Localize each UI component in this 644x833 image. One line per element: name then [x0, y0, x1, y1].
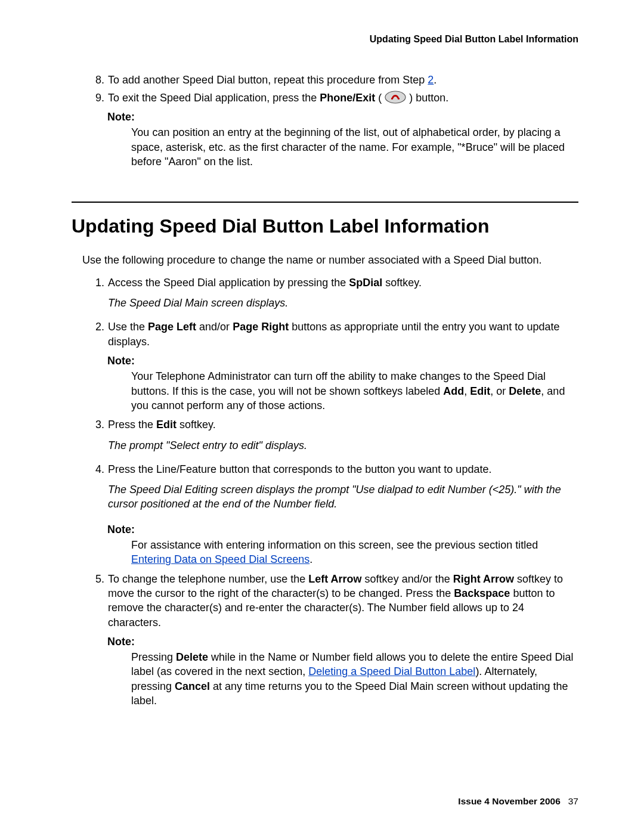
note-block: Note: Pressing Delete while in the Name … — [107, 634, 578, 708]
text: Use the — [108, 321, 148, 333]
bold-text: Edit — [156, 419, 177, 431]
note-block: Note: For assistance with entering infor… — [107, 522, 578, 567]
note-label: Note: — [107, 354, 578, 368]
footer-page-number: 37 — [568, 796, 578, 806]
bold-text: Right Arrow — [453, 573, 514, 585]
result-text: The prompt "Select entry to edit" displa… — [108, 438, 578, 453]
step-2: 2. Use the Page Left and/or Page Right b… — [72, 320, 578, 349]
svg-rect-1 — [391, 98, 393, 100]
text: Press the Line/Feature button that corre… — [108, 463, 491, 475]
step-number: 2. — [72, 320, 108, 349]
step-body: To exit the Speed Dial application, pres… — [108, 91, 578, 105]
text: . — [309, 553, 312, 565]
step-body: Access the Speed Dial application by pre… — [108, 275, 578, 317]
bold-text: Delete — [509, 385, 541, 397]
step-4: 4. Press the Line/Feature button that co… — [72, 462, 578, 518]
step-number: 5. — [72, 572, 108, 630]
procedure-steps-list: 3. Press the Edit softkey. The prompt "S… — [72, 417, 578, 517]
cross-ref-link[interactable]: 2 — [428, 74, 434, 86]
text: softkey and/or the — [362, 573, 453, 585]
bold-text: Cancel — [175, 680, 210, 692]
note-body: Your Telephone Administrator can turn of… — [131, 369, 578, 413]
note-block: Note: You can position an entry at the b… — [107, 110, 578, 169]
section-intro: Use the following procedure to change th… — [82, 253, 578, 267]
text: , or — [490, 385, 509, 397]
bold-text: Edit — [470, 385, 490, 397]
cross-ref-link[interactable]: Entering Data on Speed Dial Screens — [131, 553, 309, 565]
running-header: Updating Speed Dial Button Label Informa… — [72, 33, 578, 46]
step-body: Use the Page Left and/or Page Right butt… — [108, 320, 578, 349]
step-number: 9. — [72, 91, 108, 105]
note-label: Note: — [107, 522, 578, 537]
step-body: To change the telephone number, use the … — [108, 572, 578, 630]
text: To change the telephone number, use the — [108, 573, 308, 585]
text: Access the Speed Dial application by pre… — [108, 277, 349, 289]
text: To exit the Speed Dial application, pres… — [108, 92, 320, 104]
note-body: You can position an entry at the beginni… — [131, 125, 578, 169]
section-heading: Updating Speed Dial Button Label Informa… — [72, 213, 578, 239]
bold-text: Page Right — [233, 321, 289, 333]
note-block: Note: Your Telephone Administrator can t… — [107, 354, 578, 413]
step-3: 3. Press the Edit softkey. The prompt "S… — [72, 417, 578, 459]
result-text: The Speed Dial Main screen displays. — [108, 296, 578, 310]
step-body: To add another Speed Dial button, repeat… — [108, 73, 578, 87]
step-9: 9. To exit the Speed Dial application, p… — [72, 91, 578, 105]
step-1: 1. Access the Speed Dial application by … — [72, 275, 578, 317]
procedure-steps-list: 1. Access the Speed Dial application by … — [72, 275, 578, 349]
note-label: Note: — [107, 110, 578, 124]
continued-steps-list: 8. To add another Speed Dial button, rep… — [72, 73, 578, 106]
note-label: Note: — [107, 634, 578, 649]
phone-exit-icon — [385, 91, 406, 104]
step-body: Press the Edit softkey. The prompt "Sele… — [108, 417, 578, 459]
page-footer: Issue 4 November 2006 37 — [458, 795, 578, 808]
bold-text: Backspace — [454, 587, 510, 599]
step-number: 4. — [72, 462, 108, 518]
result-text: The Speed Dial Editing screen displays t… — [108, 482, 578, 512]
footer-issue: Issue 4 November 2006 — [458, 796, 560, 806]
step-number: 3. — [72, 417, 108, 459]
svg-rect-2 — [398, 98, 400, 100]
section-rule — [72, 202, 578, 203]
bold-text: Left Arrow — [308, 573, 361, 585]
text: ( — [375, 92, 382, 104]
text: Press the — [108, 419, 156, 431]
bold-text: Page Left — [148, 321, 196, 333]
text: ) button. — [409, 92, 448, 104]
bold-text: Phone/Exit — [320, 92, 375, 104]
bold-text: SpDial — [349, 277, 382, 289]
text: softkey. — [382, 277, 422, 289]
text: and/or — [196, 321, 233, 333]
document-page: Updating Speed Dial Button Label Informa… — [0, 0, 644, 833]
text: . — [434, 74, 436, 86]
step-number: 1. — [72, 275, 108, 317]
text: To add another Speed Dial button, repeat… — [108, 74, 428, 86]
text: Pressing — [131, 651, 176, 663]
step-8: 8. To add another Speed Dial button, rep… — [72, 73, 578, 87]
step-body: Press the Line/Feature button that corre… — [108, 462, 578, 518]
bold-text: Delete — [176, 651, 208, 663]
cross-ref-link[interactable]: Deleting a Speed Dial Button Label — [308, 665, 475, 677]
note-body: For assistance with entering information… — [131, 538, 578, 567]
text: softkey. — [177, 419, 216, 431]
text: For assistance with entering information… — [131, 539, 538, 551]
bold-text: Add — [443, 385, 464, 397]
text: , — [464, 385, 470, 397]
procedure-steps-list: 5. To change the telephone number, use t… — [72, 572, 578, 630]
svg-point-0 — [385, 91, 405, 103]
note-body: Pressing Delete while in the Name or Num… — [131, 650, 578, 708]
step-5: 5. To change the telephone number, use t… — [72, 572, 578, 630]
step-number: 8. — [72, 73, 108, 87]
